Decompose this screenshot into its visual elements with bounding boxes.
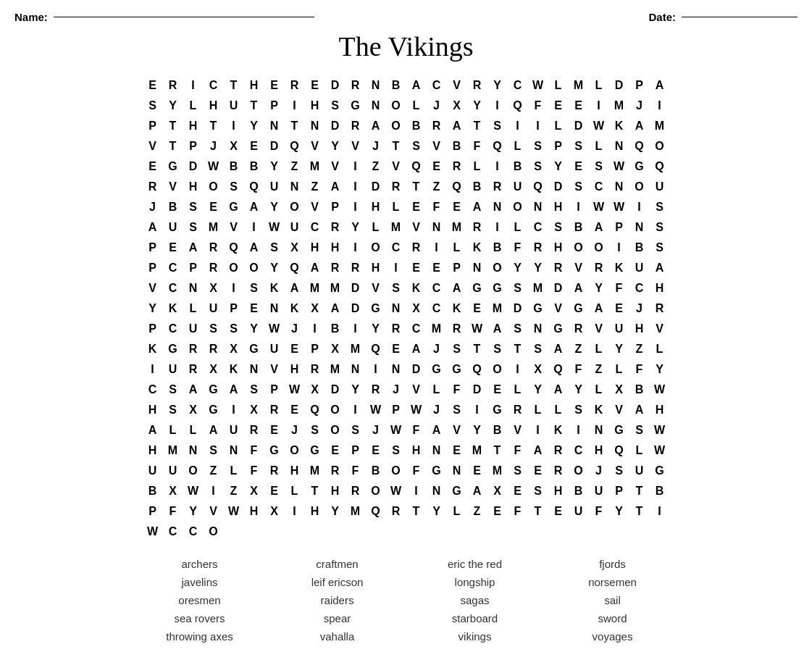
grid-cell: O <box>569 461 589 481</box>
grid-cell: S <box>204 440 224 461</box>
grid-cell: N <box>183 278 204 298</box>
grid-cell: Y <box>467 420 487 440</box>
grid-cell: I <box>346 238 366 258</box>
grid-cell: H <box>650 400 670 420</box>
grid-cell: D <box>548 278 569 298</box>
grid-cell: D <box>508 298 528 319</box>
grid-cell: B <box>143 481 163 501</box>
grid-cell: Y <box>427 501 447 522</box>
grid-cell: R <box>204 339 224 359</box>
grid-cell: B <box>467 177 487 197</box>
grid-cell: A <box>244 197 264 217</box>
grid-cell: A <box>183 380 204 400</box>
grid-cell: C <box>163 278 183 298</box>
grid-cell: S <box>528 339 548 359</box>
grid-cell: Y <box>589 278 609 298</box>
grid-cell: E <box>569 156 589 177</box>
grid-cell: G <box>548 319 569 339</box>
grid-cell: S <box>163 400 183 420</box>
grid-cell: P <box>143 258 163 278</box>
grid-cell: G <box>163 156 183 177</box>
grid-cell: S <box>487 339 508 359</box>
grid-cell: U <box>609 319 629 339</box>
grid-cell: N <box>447 461 467 481</box>
grid-cell: P <box>386 400 406 420</box>
grid-cell: E <box>244 298 264 319</box>
grid-cell: X <box>447 96 467 116</box>
grid-cell: K <box>609 258 629 278</box>
grid-cell: X <box>163 481 183 501</box>
grid-cell: U <box>650 177 670 197</box>
grid-cell: S <box>528 136 548 156</box>
grid-cell: D <box>183 156 204 177</box>
grid-cell: I <box>406 481 427 501</box>
grid-cell: S <box>508 461 528 481</box>
grid-cell: Q <box>366 339 386 359</box>
grid-cell: S <box>650 197 670 217</box>
grid-cell: S <box>508 319 528 339</box>
grid-cell: N <box>305 116 325 136</box>
grid-cell: A <box>183 238 204 258</box>
grid-cell: W <box>589 116 609 136</box>
grid-cell: I <box>528 420 548 440</box>
grid-cell: H <box>285 359 305 380</box>
grid-cell: T <box>508 339 528 359</box>
grid-cell: Y <box>346 380 366 400</box>
grid-cell: V <box>650 319 670 339</box>
grid-cell: B <box>386 75 406 96</box>
grid-cell: Z <box>467 501 487 522</box>
grid-cell: R <box>346 116 366 136</box>
grid-cell: E <box>244 136 264 156</box>
grid-cell: O <box>325 420 346 440</box>
grid-cell: S <box>406 136 427 156</box>
grid-cell: A <box>366 116 386 136</box>
grid-cell: E <box>325 440 346 461</box>
grid-cell: I <box>366 359 386 380</box>
grid-cell: T <box>406 501 427 522</box>
grid-cell: O <box>487 258 508 278</box>
grid-cell: W <box>264 319 285 339</box>
grid-cell: O <box>487 359 508 380</box>
grid-cell: I <box>467 400 487 420</box>
grid-cell: R <box>366 380 386 400</box>
word-item: sword <box>548 611 678 626</box>
name-underline[interactable] <box>54 17 314 17</box>
grid-cell: R <box>508 400 528 420</box>
grid-cell: X <box>305 380 325 400</box>
grid-cell: S <box>183 217 204 238</box>
grid-cell: I <box>305 319 325 339</box>
grid-cell: I <box>569 197 589 217</box>
grid-cell: M <box>325 359 346 380</box>
grid-cell: W <box>650 420 670 440</box>
grid-cell: Z <box>427 177 447 197</box>
grid-cell: N <box>346 359 366 380</box>
grid-cell: E <box>264 481 285 501</box>
grid-cell: B <box>487 420 508 440</box>
word-item: sail <box>548 593 678 608</box>
grid-cell: R <box>204 238 224 258</box>
grid-cell: G <box>569 298 589 319</box>
grid-cell: N <box>467 258 487 278</box>
grid-cell: I <box>285 501 305 522</box>
grid-cell: D <box>264 136 285 156</box>
grid-cell: E <box>609 298 629 319</box>
grid-cell: L <box>589 136 609 156</box>
grid-cell: O <box>650 136 670 156</box>
grid-cell: N <box>183 440 204 461</box>
grid-cell: U <box>629 258 650 278</box>
grid-cell: L <box>447 501 467 522</box>
name-label: Name: <box>14 11 48 23</box>
grid-cell: Y <box>528 380 548 400</box>
grid-cell: A <box>548 339 569 359</box>
grid-cell: W <box>650 380 670 400</box>
grid-cell: U <box>183 319 204 339</box>
grid-cell: N <box>244 359 264 380</box>
grid-cell: M <box>528 278 548 298</box>
grid-cell: M <box>204 217 224 238</box>
grid-cell: Q <box>508 96 528 116</box>
date-underline[interactable] <box>682 17 798 17</box>
grid-cell: V <box>204 501 224 522</box>
grid-cell: R <box>163 75 183 96</box>
grid-cell: F <box>508 238 528 258</box>
grid-cell: R <box>589 258 609 278</box>
